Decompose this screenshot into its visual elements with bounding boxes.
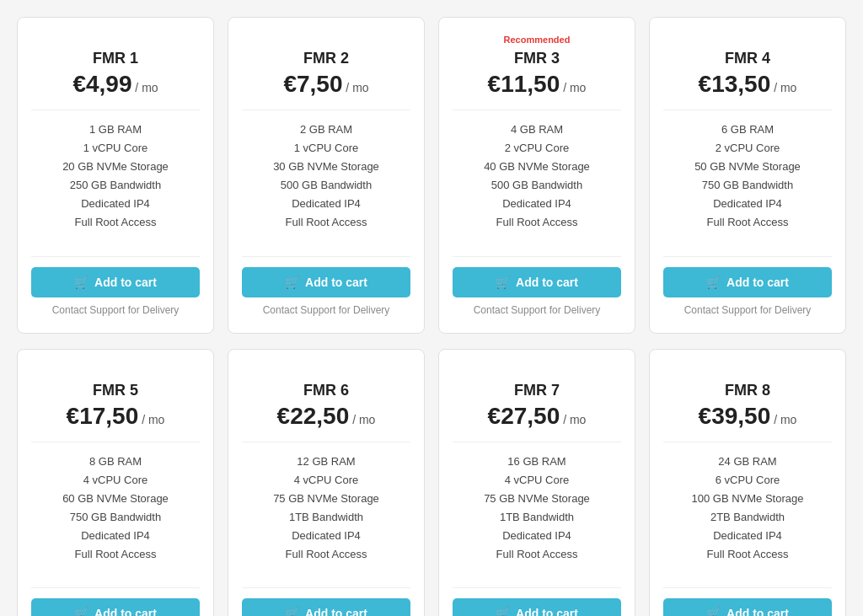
fmr5-name: FMR 5 bbox=[93, 382, 138, 399]
fmr7-price: €27,50 / mo bbox=[488, 403, 587, 430]
cart-icon: 🛒 bbox=[496, 607, 510, 616]
fmr8-features: 24 GB RAM6 vCPU Core100 GB NVMe Storage2… bbox=[692, 453, 804, 565]
btn-label: Add to cart bbox=[516, 607, 578, 616]
fmr4-price: €13,50 / mo bbox=[699, 71, 797, 98]
cart-icon: 🛒 bbox=[285, 276, 299, 289]
card-fmr6: FMR 6€22,50 / mo12 GB RAM4 vCPU Core75 G… bbox=[228, 349, 425, 616]
card-fmr2: FMR 2€7,50 / mo2 GB RAM1 vCPU Core30 GB … bbox=[228, 17, 425, 334]
fmr1-add-to-cart-button[interactable]: 🛒Add to cart bbox=[31, 267, 200, 297]
card-fmr7: FMR 7€27,50 / mo16 GB RAM4 vCPU Core75 G… bbox=[438, 349, 635, 616]
btn-label: Add to cart bbox=[305, 607, 367, 616]
fmr5-price: €17,50 / mo bbox=[67, 403, 165, 430]
btn-label: Add to cart bbox=[516, 276, 578, 289]
card-fmr3: RecommendedFMR 3€11,50 / mo4 GB RAM2 vCP… bbox=[438, 17, 635, 334]
btn-label: Add to cart bbox=[94, 276, 157, 289]
fmr3-price: €11,50 / mo bbox=[488, 71, 587, 98]
card-fmr1: FMR 1€4,99 / mo1 GB RAM1 vCPU Core20 GB … bbox=[17, 17, 214, 334]
fmr3-name: FMR 3 bbox=[514, 50, 560, 67]
fmr6-features: 12 GB RAM4 vCPU Core75 GB NVMe Storage1T… bbox=[273, 453, 379, 565]
fmr4-features: 6 GB RAM2 vCPU Core50 GB NVMe Storage750… bbox=[694, 121, 801, 233]
fmr1-contact-support: Contact Support for Delivery bbox=[52, 304, 180, 316]
card-fmr8: FMR 8€39,50 / mo24 GB RAM6 vCPU Core100 … bbox=[649, 349, 846, 616]
fmr8-add-to-cart-button[interactable]: 🛒Add to cart bbox=[663, 598, 832, 616]
fmr6-name: FMR 6 bbox=[303, 382, 349, 399]
card-fmr4: FMR 4€13,50 / mo6 GB RAM2 vCPU Core50 GB… bbox=[649, 17, 846, 334]
fmr4-add-to-cart-button[interactable]: 🛒Add to cart bbox=[663, 267, 832, 297]
fmr8-price: €39,50 / mo bbox=[699, 403, 797, 430]
fmr6-add-to-cart-button[interactable]: 🛒Add to cart bbox=[242, 598, 410, 616]
cart-icon: 🛒 bbox=[74, 607, 88, 616]
fmr1-features: 1 GB RAM1 vCPU Core20 GB NVMe Storage250… bbox=[62, 121, 169, 233]
fmr8-name: FMR 8 bbox=[725, 382, 770, 399]
fmr7-features: 16 GB RAM4 vCPU Core75 GB NVMe Storage1T… bbox=[484, 453, 590, 565]
cart-icon: 🛒 bbox=[496, 276, 510, 289]
fmr5-add-to-cart-button[interactable]: 🛒Add to cart bbox=[31, 598, 200, 616]
cart-icon: 🛒 bbox=[706, 276, 721, 289]
fmr3-add-to-cart-button[interactable]: 🛒Add to cart bbox=[453, 267, 621, 297]
fmr7-add-to-cart-button[interactable]: 🛒Add to cart bbox=[453, 598, 621, 616]
cart-icon: 🛒 bbox=[706, 607, 721, 616]
btn-label: Add to cart bbox=[726, 607, 789, 616]
card-fmr5: FMR 5€17,50 / mo8 GB RAM4 vCPU Core60 GB… bbox=[17, 349, 214, 616]
fmr2-features: 2 GB RAM1 vCPU Core30 GB NVMe Storage500… bbox=[273, 121, 379, 233]
fmr4-contact-support: Contact Support for Delivery bbox=[684, 304, 812, 316]
btn-label: Add to cart bbox=[305, 276, 367, 289]
fmr2-contact-support: Contact Support for Delivery bbox=[263, 304, 390, 316]
fmr7-name: FMR 7 bbox=[514, 382, 560, 399]
fmr4-name: FMR 4 bbox=[725, 50, 770, 67]
fmr3-features: 4 GB RAM2 vCPU Core40 GB NVMe Storage500… bbox=[484, 121, 590, 233]
fmr3-badge: Recommended bbox=[504, 35, 571, 48]
btn-label: Add to cart bbox=[94, 607, 157, 616]
fmr6-price: €22,50 / mo bbox=[277, 403, 376, 430]
fmr1-price: €4,99 / mo bbox=[72, 71, 158, 98]
cart-icon: 🛒 bbox=[285, 607, 299, 616]
fmr2-add-to-cart-button[interactable]: 🛒Add to cart bbox=[242, 267, 410, 297]
fmr2-name: FMR 2 bbox=[303, 50, 349, 67]
cart-icon: 🛒 bbox=[74, 276, 88, 289]
btn-label: Add to cart bbox=[726, 276, 789, 289]
fmr2-price: €7,50 / mo bbox=[283, 71, 368, 98]
fmr5-features: 8 GB RAM4 vCPU Core60 GB NVMe Storage750… bbox=[62, 453, 169, 565]
fmr3-contact-support: Contact Support for Delivery bbox=[474, 304, 601, 316]
fmr1-name: FMR 1 bbox=[93, 50, 138, 67]
